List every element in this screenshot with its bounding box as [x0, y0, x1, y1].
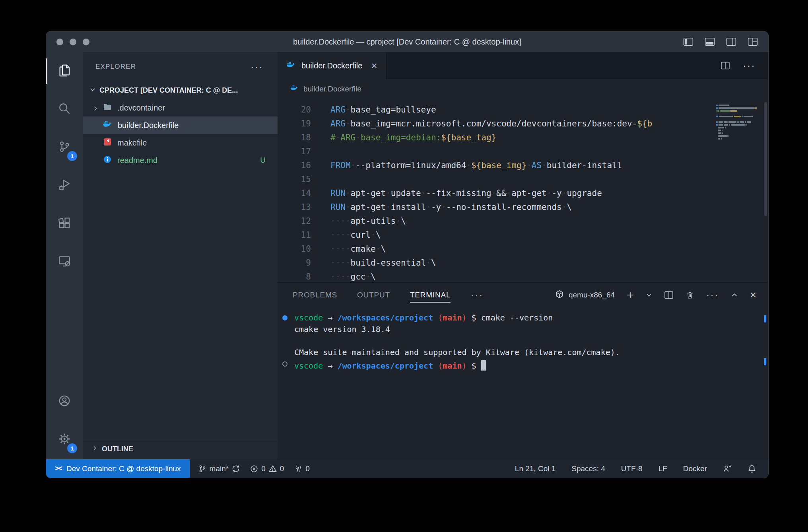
activity-run-debug-button[interactable]: [46, 167, 83, 205]
code-line[interactable]: 18#·ARG·base_img=debian:${base_tag}: [278, 131, 768, 145]
outline-section-header[interactable]: OUTLINE: [83, 439, 278, 459]
code-line[interactable]: 17: [278, 145, 768, 159]
code-line[interactable]: 8····gcc·\: [278, 270, 768, 282]
remote-indicator[interactable]: >< Dev Container: C @ desktop-linux: [46, 459, 190, 478]
close-window-button[interactable]: [56, 39, 63, 45]
minimize-window-button[interactable]: [70, 39, 76, 45]
code-line[interactable]: 10····cmake·\: [278, 242, 768, 256]
code-line[interactable]: 20ARG·base_tag=bullseye: [278, 103, 768, 117]
terminal-line: vscode → /workspaces/cproject (main) $ c…: [278, 312, 768, 324]
branch-status[interactable]: main*: [198, 464, 240, 473]
breadcrumb[interactable]: builder.Dockerfile: [278, 79, 768, 99]
outline-label: OUTLINE: [102, 445, 133, 453]
ports-status[interactable]: 0: [294, 464, 310, 473]
sidebar-title: EXPLORER: [95, 63, 136, 71]
code-line[interactable]: 11····curl·\: [278, 228, 768, 242]
eol-sequence[interactable]: LF: [658, 464, 667, 473]
ports-count: 0: [305, 464, 310, 473]
code-line[interactable]: 15: [278, 173, 768, 186]
code-line[interactable]: 13RUN·apt-get·install·-y·--no-install-re…: [278, 200, 768, 214]
warnings-count: 0: [280, 464, 284, 473]
close-panel-icon[interactable]: ×: [750, 289, 756, 301]
customize-layout-icon[interactable]: [748, 37, 758, 46]
editor-tabs: builder.Dockerfile × ···: [278, 52, 768, 79]
breadcrumb-label: builder.Dockerfile: [303, 85, 361, 93]
account-icon: [58, 394, 71, 409]
code-line[interactable]: 9····build-essential·\: [278, 256, 768, 270]
tab-output[interactable]: OUTPUT: [357, 283, 390, 307]
minimap[interactable]: [716, 105, 759, 141]
run-debug-icon: [58, 178, 71, 193]
makefile-icon: [103, 137, 112, 149]
language-mode[interactable]: Docker: [683, 464, 707, 473]
docker-icon: [103, 120, 113, 131]
radio-tower-icon: [294, 465, 302, 473]
encoding[interactable]: UTF-8: [621, 464, 643, 473]
workbench: 1 1 EXPLORER ···: [46, 52, 768, 459]
branch-label: main*: [210, 464, 229, 473]
toggle-primary-sidebar-icon[interactable]: [683, 37, 693, 46]
terminal-instance[interactable]: qemu-x86_64: [555, 290, 615, 301]
editor-scrollbar[interactable]: [764, 102, 767, 216]
toggle-secondary-sidebar-icon[interactable]: [726, 37, 736, 46]
terminal-sc roll-mark: [764, 315, 766, 322]
close-tab-icon[interactable]: ×: [371, 60, 377, 71]
panel-more-actions-icon[interactable]: ···: [706, 290, 719, 300]
command-decoration-icon: [282, 315, 287, 320]
maximize-panel-icon[interactable]: [731, 291, 738, 299]
new-terminal-icon[interactable]: +: [627, 289, 634, 301]
tree-item-builder-dockerfile[interactable]: builder.Dockerfile: [83, 116, 278, 134]
tree-item-devcontainer[interactable]: .devcontainer: [83, 99, 278, 116]
panel-more-tabs-icon[interactable]: ···: [470, 283, 483, 307]
tree-item-readme[interactable]: readme.md U: [83, 151, 278, 169]
editor-code[interactable]: 20ARG·base_tag=bullseye19ARG·base_img=mc…: [278, 99, 768, 282]
code-line[interactable]: 14RUN·apt-get·update·--fix-missing·&&·ap…: [278, 186, 768, 200]
docker-icon: [286, 60, 296, 71]
activity-settings-button[interactable]: 1: [46, 421, 83, 459]
feedback-icon[interactable]: [723, 464, 732, 473]
chevron-down-icon: [89, 86, 96, 95]
window-controls: [56, 39, 89, 45]
tab-problems[interactable]: PROBLEMS: [293, 283, 337, 307]
tree-item-makefile[interactable]: makefile: [83, 134, 278, 151]
indentation[interactable]: Spaces: 4: [571, 464, 605, 473]
editor-more-actions-icon[interactable]: ···: [743, 60, 756, 71]
problems-status[interactable]: 0 0: [250, 464, 284, 473]
notifications-bell-icon[interactable]: [748, 464, 756, 473]
activity-extensions-button[interactable]: [46, 205, 83, 243]
split-terminal-icon[interactable]: [664, 291, 674, 299]
tab-builder-dockerfile[interactable]: builder.Dockerfile ×: [278, 52, 387, 79]
code-line[interactable]: 16FROM·--platform=linux/amd64·${base_img…: [278, 159, 768, 173]
code-line[interactable]: 19ARG·base_img=mcr.microsoft.com/vscode/…: [278, 117, 768, 131]
split-editor-icon[interactable]: [721, 61, 730, 70]
activity-explorer-button[interactable]: [46, 52, 83, 90]
activity-remote-explorer-button[interactable]: [46, 243, 83, 281]
prompt-decoration-icon: [282, 361, 287, 367]
activity-accounts-button[interactable]: [46, 382, 83, 421]
status-right: Ln 21, Col 1 Spaces: 4 UTF-8 LF Docker: [515, 459, 768, 478]
tab-terminal[interactable]: TERMINAL: [410, 283, 451, 307]
terminal-scroll-mark: [764, 358, 766, 365]
activity-search-button[interactable]: [46, 90, 83, 128]
explorer-section-header[interactable]: CPROJECT [DEV CONTAINER: C @ DE...: [83, 82, 278, 99]
source-control-badge: 1: [67, 151, 77, 161]
panel-header: PROBLEMS OUTPUT TERMINAL ··· qemu-x86_64…: [278, 283, 768, 307]
kill-terminal-icon[interactable]: [686, 291, 694, 299]
cursor-position[interactable]: Ln 21, Col 1: [515, 464, 556, 473]
warnings-icon: [269, 465, 277, 473]
activity-source-control-button[interactable]: 1: [46, 128, 83, 167]
file-label: makefile: [117, 138, 147, 148]
code-line[interactable]: 12····apt-utils·\: [278, 214, 768, 228]
explorer-more-actions-icon[interactable]: ···: [251, 61, 263, 73]
git-branch-icon: [198, 465, 206, 473]
git-status-badge: U: [260, 156, 266, 165]
settings-badge: 1: [67, 443, 77, 453]
remote-icon: ><: [55, 464, 62, 473]
terminal[interactable]: vscode → /workspaces/cproject (main) $ c…: [278, 307, 768, 459]
docker-icon: [290, 84, 299, 94]
zoom-window-button[interactable]: [83, 39, 89, 45]
vscode-window: builder.Dockerfile — cproject [Dev Conta…: [46, 31, 769, 478]
toggle-panel-icon[interactable]: [705, 37, 715, 46]
terminal-profile-dropdown-icon[interactable]: [646, 292, 652, 298]
terminal-lines: vscode → /workspaces/cproject (main) $ c…: [278, 312, 768, 370]
